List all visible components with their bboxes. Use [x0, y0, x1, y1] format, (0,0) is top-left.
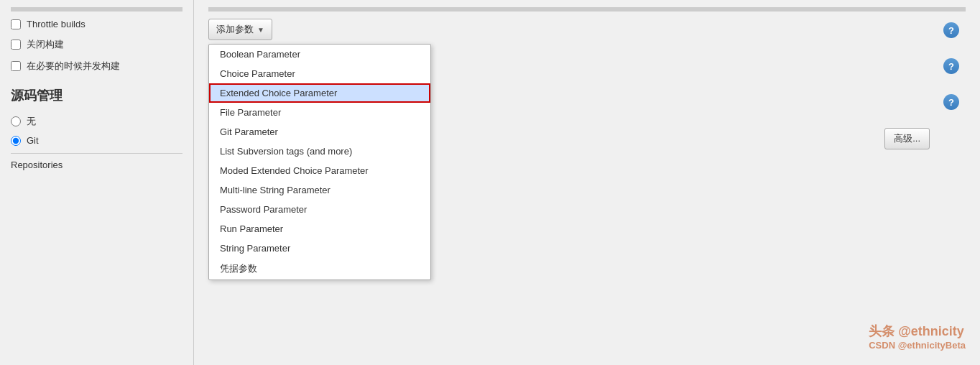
top-border-main [208, 7, 966, 11]
dropdown-item-10[interactable]: String Parameter [209, 239, 430, 258]
checkbox-label-0: Throttle builds [27, 19, 85, 29]
watermark-sub: CSDN @ethnicityBeta [869, 340, 966, 351]
checkbox-label-1: 关闭构建 [27, 38, 64, 51]
help-icon-1[interactable]: ? [943, 58, 959, 74]
dropdown-item-11[interactable]: 凭据参数 [209, 258, 430, 279]
dropdown-item-0[interactable]: Boolean Parameter [209, 45, 430, 64]
dropdown-item-3[interactable]: File Parameter [209, 103, 430, 122]
radio-label-0: 无 [27, 115, 36, 128]
checkbox-0[interactable] [11, 19, 21, 29]
checkbox-1[interactable] [11, 40, 21, 50]
dropdown-item-9[interactable]: Run Parameter [209, 219, 430, 239]
radio-1[interactable] [11, 136, 21, 146]
dropdown-item-2[interactable]: Extended Choice Parameter [209, 83, 430, 103]
radio-item-0: 无 [11, 115, 182, 128]
dropdown-item-7[interactable]: Multi-line String Parameter [209, 180, 430, 200]
add-param-label: 添加参数 [216, 23, 254, 36]
dropdown-arrow-icon: ▼ [257, 26, 264, 34]
dropdown-item-1[interactable]: Choice Parameter [209, 64, 430, 83]
repositories-label: Repositories [11, 153, 182, 170]
button-row: 添加参数 ▼ Boolean ParameterChoice Parameter… [208, 19, 937, 40]
checkbox-list: Throttle builds关闭构建在必要的时候并发构建 [11, 19, 182, 73]
checkbox-2[interactable] [11, 61, 21, 71]
top-border [11, 7, 182, 11]
radio-0[interactable] [11, 116, 21, 126]
checkbox-label-2: 在必要的时候并发构建 [27, 60, 120, 73]
checkbox-item-2: 在必要的时候并发构建 [11, 60, 182, 73]
content-with-help: 添加参数 ▼ Boolean ParameterChoice Parameter… [208, 19, 966, 110]
section-title: 源码管理 [11, 87, 182, 104]
checkbox-item-0: Throttle builds [11, 19, 182, 29]
dropdown-item-8[interactable]: Password Parameter [209, 200, 430, 219]
radio-list: 无Git [11, 115, 182, 146]
radio-label-1: Git [27, 135, 39, 146]
watermark-text: 头条 @ethnicity [869, 323, 966, 340]
dropdown-item-6[interactable]: Moded Extended Choice Parameter [209, 161, 430, 180]
help-icon-2[interactable]: ? [943, 94, 959, 110]
content-area: 添加参数 ▼ Boolean ParameterChoice Parameter… [208, 19, 937, 110]
help-icon-0[interactable]: ? [943, 22, 959, 38]
watermark: 头条 @ethnicity CSDN @ethnicityBeta [869, 323, 966, 351]
dropdown-menu: Boolean ParameterChoice ParameterExtende… [208, 44, 431, 280]
radio-item-1: Git [11, 135, 182, 146]
dropdown-item-4[interactable]: Git Parameter [209, 122, 430, 142]
left-panel: Throttle builds关闭构建在必要的时候并发构建 源码管理 无Git … [0, 0, 194, 365]
add-param-button[interactable]: 添加参数 ▼ [208, 19, 272, 40]
dropdown-item-5[interactable]: List Subversion tags (and more) [209, 142, 430, 161]
advanced-button[interactable]: 高级... [884, 128, 930, 149]
main-panel: 添加参数 ▼ Boolean ParameterChoice Parameter… [194, 0, 980, 365]
checkbox-item-1: 关闭构建 [11, 38, 182, 51]
help-icons-column: ??? [937, 19, 966, 110]
